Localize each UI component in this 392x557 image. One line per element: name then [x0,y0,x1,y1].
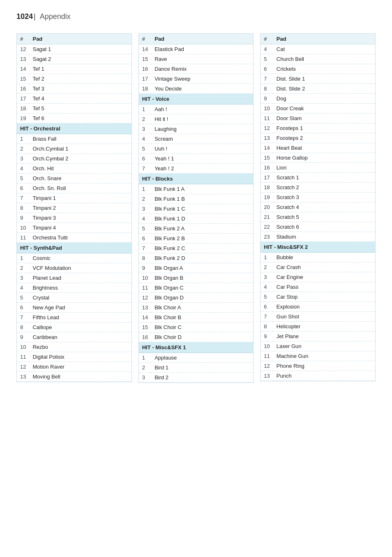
row-name: Blk Choir D [151,332,253,342]
section-label: HIT - Voice [139,94,254,104]
row-number: 8 [17,203,29,213]
row-name: Caribbean [29,332,131,342]
row-number: 11 [17,352,29,362]
row-name: Vintage Sweep [151,74,253,84]
row-number: 8 [139,253,151,263]
page-title: Appendix [40,12,71,21]
row-number: 8 [17,323,29,332]
row-number: 6 [17,183,29,193]
row-name: Scratch 5 [273,212,375,222]
section-label: HIT - Misc&SFX 1 [139,342,254,353]
row-number: 2 [139,114,151,124]
row-name: Applause [151,353,253,363]
table-row: 10Laser Gun [261,341,375,351]
row-number: 6 [139,154,151,164]
row-name: Cat [273,44,375,54]
table-row: 4Brightness [17,283,131,293]
row-name: Fifths Lead [29,313,131,323]
table-row: 11Digital Polisix [17,352,131,362]
row-name: Horse Gallop [273,153,375,163]
section-label: HIT - Orchestral [17,123,131,134]
row-name: Scratch 3 [273,193,375,202]
row-number: 9 [17,332,29,342]
row-number: 22 [261,222,273,232]
column-3: #Pad4Cat5Church Bell6Crickets7Dist. Slid… [260,33,376,381]
table-row: 1Cosmic [17,253,131,263]
table-row: 20Scratch 4 [261,202,375,212]
table-row: 19Tef 6 [17,114,131,123]
row-number: 7 [261,312,273,322]
row-name: Timpani 2 [29,203,131,213]
row-name: Dog [273,94,375,104]
row-name: Orchestra Tutti [29,233,131,243]
row-number: 19 [17,114,29,123]
row-name: Crystal [29,293,131,303]
row-name: Moving Bell [29,372,131,382]
row-name: Digital Polisix [29,352,131,362]
row-number: 7 [17,313,29,323]
row-name: Yeah ! 2 [151,164,253,174]
row-number: 15 [261,153,273,163]
row-number: 13 [261,371,273,381]
table-row: 7Yeah ! 2 [139,164,254,174]
table-row: 17Tef 4 [17,94,131,104]
table-row: 4Car Pass [261,282,375,292]
columns-wrapper: #Pad12Sagat 113Sagat 214Tef 115Tef 216Te… [16,33,376,383]
table-row: 5Uuh ! [139,144,254,154]
row-number: 7 [139,164,151,174]
row-name: Tef 4 [29,94,131,104]
row-number: 7 [261,74,273,84]
row-name: Blk Funk 2 B [151,234,253,244]
table-row: 14Heart Beat [261,143,375,153]
row-name: Car Pass [273,282,375,292]
row-number: 17 [261,173,273,183]
row-number: 14 [139,313,151,323]
table-row: 16Tef 3 [17,84,131,94]
table-row: 15Rave [139,54,254,64]
row-name: Rave [151,54,253,64]
table-row: 7Gun Shot [261,312,375,322]
row-number: 16 [261,163,273,173]
table-row: 3Blk Funk 1 C [139,204,254,214]
row-number: 14 [139,44,151,54]
row-name: Scratch 1 [273,173,375,183]
table-row: 1Blk Funk 1 A [139,184,254,194]
row-name: Timpani 3 [29,213,131,223]
table-row: 14Blk Choir B [139,313,254,323]
row-number: 10 [261,104,273,114]
row-number: 11 [261,351,273,361]
table-row: 11Door Slam [261,114,375,123]
table-row: 13Moving Bell [17,372,131,382]
row-number: 14 [261,143,273,153]
row-number: 5 [17,293,29,303]
row-number: 16 [139,64,151,74]
row-name: Blk Organ C [151,283,253,293]
row-number: 16 [17,84,29,94]
section-header-row: HIT - Orchestral [17,123,131,134]
table-row: 7Fifths Lead [17,313,131,323]
row-name: Hit it ! [151,114,253,124]
table-row: 13Blk Choir A [139,303,254,313]
table-row: 2VCF Modulation [17,263,131,273]
table-row: 17Scratch 1 [261,173,375,183]
row-name: Dist. Slide 2 [273,84,375,94]
column-1: #Pad12Sagat 113Sagat 214Tef 115Tef 216Te… [16,33,132,382]
row-number: 10 [17,342,29,352]
row-name: Car Engine [273,272,375,282]
row-number: 21 [261,212,273,222]
row-number: 23 [261,232,273,242]
table-row: 1Bubble [261,253,375,262]
table-row: 6Yeah ! 1 [139,154,254,164]
row-number: 1 [139,353,151,363]
row-number: 3 [139,373,151,383]
row-name: VCF Modulation [29,263,131,273]
row-number: 13 [139,303,151,313]
table-row: 7Timpani 1 [17,193,131,203]
section-label: HIT - Misc&SFX 2 [261,242,375,253]
row-number: 10 [17,223,29,233]
page-number: 1024 [16,12,36,21]
row-number: 4 [261,282,273,292]
table-row: 4Orch. Hit [17,164,131,174]
table-row: 4Scream [139,134,254,144]
row-name: Tef 1 [29,64,131,74]
